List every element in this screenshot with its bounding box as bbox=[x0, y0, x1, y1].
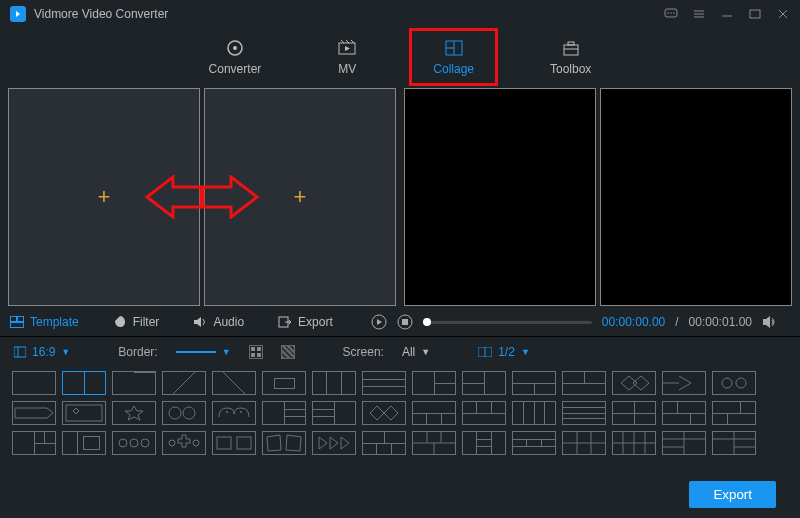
playhead[interactable] bbox=[423, 318, 431, 326]
add-icon[interactable]: + bbox=[98, 184, 111, 210]
template-item[interactable] bbox=[212, 401, 256, 425]
template-item[interactable] bbox=[12, 371, 56, 395]
template-item[interactable] bbox=[212, 371, 256, 395]
minimize-icon[interactable] bbox=[720, 7, 734, 21]
template-item[interactable] bbox=[62, 431, 106, 455]
menu-icon[interactable] bbox=[692, 7, 706, 21]
subtab-label: Template bbox=[30, 315, 79, 329]
svg-rect-30 bbox=[402, 319, 408, 325]
svg-point-43 bbox=[722, 378, 732, 388]
template-item[interactable] bbox=[412, 371, 456, 395]
template-item[interactable] bbox=[712, 371, 756, 395]
template-item[interactable] bbox=[462, 401, 506, 425]
template-item[interactable] bbox=[712, 401, 756, 425]
aspect-dropdown[interactable]: 16:9 ▼ bbox=[14, 345, 70, 359]
svg-marker-31 bbox=[763, 316, 770, 328]
template-item[interactable] bbox=[262, 401, 306, 425]
template-item[interactable] bbox=[362, 401, 406, 425]
player-controls: 00:00:00.00/00:00:01.00 bbox=[367, 314, 790, 330]
tab-converter[interactable]: Converter bbox=[201, 34, 270, 80]
volume-icon[interactable] bbox=[762, 315, 778, 329]
footer: Export bbox=[0, 465, 800, 518]
template-item[interactable] bbox=[562, 371, 606, 395]
svg-point-44 bbox=[736, 378, 746, 388]
template-item[interactable] bbox=[612, 371, 656, 395]
template-item[interactable] bbox=[162, 371, 206, 395]
filter-icon bbox=[113, 315, 127, 329]
template-item[interactable] bbox=[662, 431, 706, 455]
template-item[interactable] bbox=[312, 371, 356, 395]
svg-marker-60 bbox=[330, 437, 338, 449]
feedback-icon[interactable] bbox=[664, 7, 678, 21]
template-item[interactable] bbox=[212, 431, 256, 455]
editor-pane-right[interactable]: + bbox=[204, 88, 396, 306]
page-dropdown[interactable]: 1/2 ▼ bbox=[478, 345, 530, 359]
subtab-filter[interactable]: Filter bbox=[113, 315, 160, 329]
screen-value: All bbox=[402, 345, 415, 359]
template-item[interactable] bbox=[62, 371, 106, 395]
subtab-audio[interactable]: Audio bbox=[193, 315, 244, 329]
template-item[interactable] bbox=[112, 401, 156, 425]
template-item[interactable] bbox=[562, 431, 606, 455]
template-item[interactable] bbox=[462, 371, 506, 395]
subtab-template[interactable]: Template bbox=[10, 315, 79, 329]
template-item[interactable] bbox=[612, 431, 656, 455]
template-item[interactable] bbox=[112, 431, 156, 455]
template-item[interactable] bbox=[562, 401, 606, 425]
time-sep: / bbox=[675, 315, 678, 329]
template-item[interactable] bbox=[262, 371, 306, 395]
template-item[interactable] bbox=[362, 431, 406, 455]
screen-dropdown[interactable]: All ▼ bbox=[402, 345, 430, 359]
stop-icon[interactable] bbox=[397, 314, 413, 330]
converter-icon bbox=[225, 38, 245, 58]
template-item[interactable] bbox=[612, 401, 656, 425]
svg-point-1 bbox=[667, 12, 669, 14]
export-button[interactable]: Export bbox=[689, 481, 776, 508]
template-item[interactable] bbox=[412, 431, 456, 455]
template-item[interactable] bbox=[512, 401, 556, 425]
tab-toolbox[interactable]: Toolbox bbox=[542, 34, 599, 80]
subtab-export[interactable]: Export bbox=[278, 315, 333, 329]
svg-point-51 bbox=[130, 439, 138, 447]
screen-label: Screen: bbox=[343, 345, 384, 359]
template-item[interactable] bbox=[162, 431, 206, 455]
template-item[interactable] bbox=[712, 431, 756, 455]
template-item[interactable] bbox=[462, 431, 506, 455]
svg-rect-37 bbox=[257, 353, 261, 357]
template-item[interactable] bbox=[662, 371, 706, 395]
export-icon bbox=[278, 315, 292, 329]
add-icon[interactable]: + bbox=[294, 184, 307, 210]
maximize-icon[interactable] bbox=[748, 7, 762, 21]
template-item[interactable] bbox=[512, 431, 556, 455]
tab-mv[interactable]: MV bbox=[329, 34, 365, 80]
editor-pane-left[interactable]: + bbox=[8, 88, 200, 306]
template-item[interactable] bbox=[312, 431, 356, 455]
tab-collage[interactable]: Collage bbox=[425, 34, 482, 80]
template-item[interactable] bbox=[12, 431, 56, 455]
time-current: 00:00:00.00 bbox=[602, 315, 665, 329]
border-pattern[interactable] bbox=[281, 345, 295, 359]
template-item[interactable] bbox=[662, 401, 706, 425]
template-grid bbox=[0, 367, 800, 465]
play-icon[interactable] bbox=[371, 314, 387, 330]
template-item[interactable] bbox=[412, 401, 456, 425]
template-item[interactable] bbox=[312, 401, 356, 425]
timeline[interactable] bbox=[423, 321, 592, 324]
border-color-grid[interactable] bbox=[249, 345, 263, 359]
collage-editor: + + bbox=[8, 88, 396, 306]
border-label: Border: bbox=[118, 345, 157, 359]
svg-point-49 bbox=[240, 411, 242, 413]
template-item[interactable] bbox=[12, 401, 56, 425]
close-icon[interactable] bbox=[776, 7, 790, 21]
svg-rect-19 bbox=[568, 42, 574, 45]
template-item[interactable] bbox=[112, 371, 156, 395]
template-item[interactable] bbox=[362, 371, 406, 395]
border-style-dropdown[interactable]: ▼ bbox=[176, 347, 231, 357]
template-item[interactable] bbox=[262, 431, 306, 455]
template-item[interactable] bbox=[62, 401, 106, 425]
template-controls: 16:9 ▼ Border: ▼ Screen: All ▼ 1/2 ▼ bbox=[0, 337, 800, 367]
svg-rect-36 bbox=[251, 353, 255, 357]
template-item[interactable] bbox=[512, 371, 556, 395]
svg-marker-61 bbox=[341, 437, 349, 449]
template-item[interactable] bbox=[162, 401, 206, 425]
